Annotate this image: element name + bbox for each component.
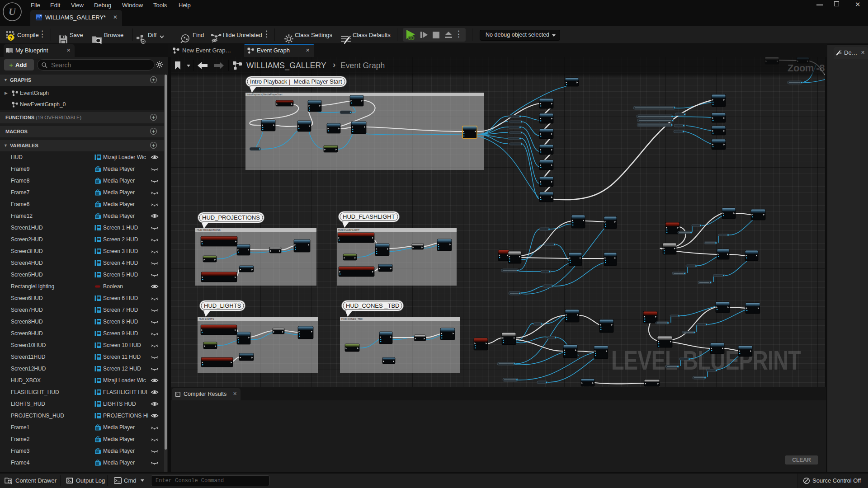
svg-text:IntroPlayback| MediaPlayerStar: IntroPlayback| MediaPlayerStart — [247, 93, 283, 96]
svg-text:U: U — [9, 6, 16, 17]
svg-text:HUD FLASHLIGHT: HUD FLASHLIGHT — [338, 229, 360, 231]
svg-text:HUD CONES_TBD: HUD CONES_TBD — [341, 318, 363, 320]
svg-text:HUD PROJECTIONS: HUD PROJECTIONS — [197, 229, 221, 231]
svg-text:HUD LIGHTS: HUD LIGHTS — [199, 318, 214, 320]
svg-text:?: ? — [9, 35, 12, 41]
